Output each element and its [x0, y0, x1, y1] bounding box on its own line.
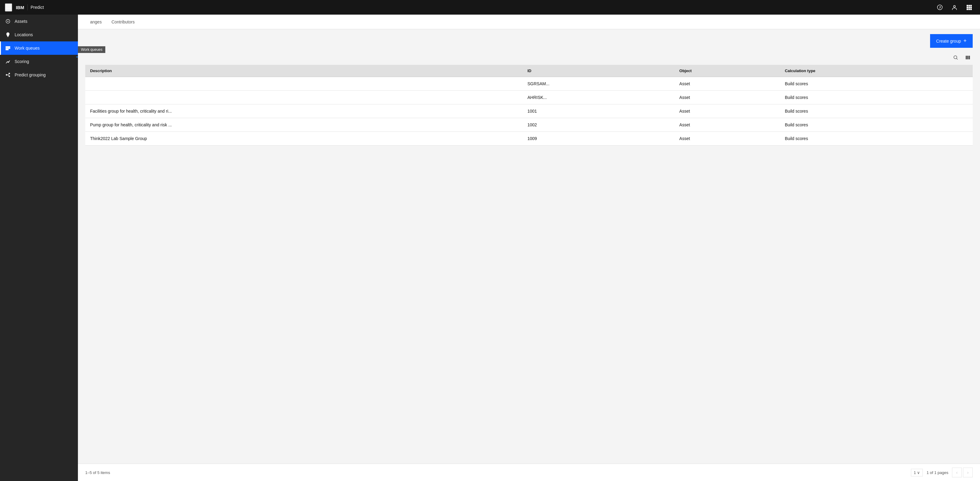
pagination-summary: 1–5 of 5 items	[85, 470, 110, 475]
cell-object-4: Asset	[675, 132, 780, 145]
sidebar-item-work-queues-label: Work queues	[14, 46, 40, 51]
svg-rect-8	[967, 7, 968, 8]
table-wrapper: Description ID Object Calculation type S…	[78, 65, 980, 463]
cell-id-1: AHRISK...	[523, 91, 675, 104]
page-select[interactable]: 1 ∨	[911, 469, 923, 476]
page-info: 1 of 1 pages	[926, 470, 948, 475]
svg-rect-10	[970, 7, 972, 8]
sidebar-item-scoring[interactable]: Scoring	[0, 55, 78, 68]
cell-id-3: 1002	[523, 118, 675, 132]
sidebar-item-predict-grouping[interactable]: Predict grouping	[0, 68, 78, 81]
cell-object-2: Asset	[675, 104, 780, 118]
brand: IBM Predict	[16, 4, 44, 10]
user-icon-button[interactable]	[948, 1, 961, 13]
cell-description-0	[85, 77, 523, 91]
table-row[interactable]: AHRISK...AssetBuild scores	[85, 91, 973, 104]
main-layout: Assets Locations Work queues Scoring	[0, 14, 980, 481]
cell-description-4: Think2022 Lab Sample Group	[85, 132, 523, 145]
prev-page-button[interactable]: ‹	[952, 468, 962, 477]
create-group-label: Create group	[936, 39, 961, 43]
sidebar-item-locations-label: Locations	[14, 32, 33, 37]
cell-object-3: Asset	[675, 118, 780, 132]
svg-rect-5	[967, 5, 968, 6]
svg-rect-0	[5, 5, 11, 5]
cell-calculationType-0: Build scores	[780, 77, 973, 91]
search-icon-button[interactable]	[951, 53, 961, 62]
sidebar-item-assets-label: Assets	[14, 19, 27, 24]
plus-icon: +	[963, 38, 967, 44]
svg-point-15	[7, 21, 8, 22]
tab-changes[interactable]: anges	[85, 15, 107, 30]
tab-contributors[interactable]: Contributors	[107, 15, 139, 30]
app-name: Predict	[31, 5, 44, 10]
assets-icon	[5, 18, 11, 24]
svg-rect-18	[6, 48, 10, 49]
col-description: Description	[85, 65, 523, 77]
cell-id-2: 1001	[523, 104, 675, 118]
toolbar: Create group +	[78, 29, 980, 53]
pagination: 1–5 of 5 items 1 ∨ 1 of 1 pages ‹ ›	[78, 463, 980, 481]
cell-calculationType-4: Build scores	[780, 132, 973, 145]
table-row[interactable]: Think2022 Lab Sample Group1009AssetBuild…	[85, 132, 973, 145]
col-calculation-type: Calculation type	[780, 65, 973, 77]
table-body: SGRSAM...AssetBuild scoresAHRISK...Asset…	[85, 77, 973, 145]
pagination-right: 1 ∨ 1 of 1 pages ‹ ›	[911, 468, 973, 477]
brand-divider	[27, 4, 28, 10]
sidebar-item-assets[interactable]: Assets	[0, 14, 78, 28]
table-row[interactable]: Facilities group for health, criticality…	[85, 104, 973, 118]
table-row[interactable]: Pump group for health, criticality and r…	[85, 118, 973, 132]
cell-calculationType-3: Build scores	[780, 118, 973, 132]
ibm-logo: IBM	[16, 5, 24, 10]
next-page-button[interactable]: ›	[963, 468, 973, 477]
columns-icon-button[interactable]	[963, 53, 973, 62]
svg-point-4	[953, 5, 955, 7]
hamburger-menu[interactable]	[5, 3, 12, 11]
cell-calculationType-1: Build scores	[780, 91, 973, 104]
col-id: ID	[523, 65, 675, 77]
main-table: Description ID Object Calculation type S…	[85, 65, 973, 145]
cell-object-0: Asset	[675, 77, 780, 91]
help-icon-button[interactable]	[934, 1, 946, 13]
top-nav-right	[934, 1, 975, 13]
svg-point-21	[9, 73, 10, 74]
svg-rect-7	[970, 5, 972, 6]
svg-rect-13	[970, 8, 972, 10]
apps-icon-button[interactable]	[963, 1, 975, 13]
sidebar: Assets Locations Work queues Scoring	[0, 14, 78, 481]
cell-id-4: 1009	[523, 132, 675, 145]
cell-id-0: SGRSAM...	[523, 77, 675, 91]
svg-rect-6	[969, 5, 970, 6]
svg-rect-2	[5, 8, 11, 9]
sidebar-item-work-queues[interactable]: Work queues	[0, 41, 78, 55]
cell-calculationType-2: Build scores	[780, 104, 973, 118]
create-group-button[interactable]: Create group +	[930, 34, 973, 48]
locations-icon	[5, 32, 11, 38]
tabs-bar: anges Contributors	[78, 14, 980, 29]
sidebar-item-scoring-label: Scoring	[14, 59, 29, 64]
svg-rect-28	[969, 56, 970, 59]
svg-point-22	[9, 76, 10, 77]
sidebar-item-locations[interactable]: Locations	[0, 28, 78, 41]
table-row[interactable]: SGRSAM...AssetBuild scores	[85, 77, 973, 91]
table-toolbar	[78, 53, 980, 65]
cell-object-1: Asset	[675, 91, 780, 104]
work-queues-icon	[5, 45, 11, 51]
scoring-icon	[5, 59, 11, 65]
top-navigation: IBM Predict	[0, 0, 980, 14]
svg-point-16	[7, 33, 8, 35]
page-select-chevron: ∨	[917, 470, 920, 475]
col-object: Object	[675, 65, 780, 77]
sidebar-item-predict-grouping-label: Predict grouping	[14, 72, 46, 77]
pagination-nav: ‹ ›	[952, 468, 973, 477]
svg-rect-17	[6, 46, 10, 48]
svg-rect-19	[6, 49, 8, 50]
page-select-value: 1	[914, 470, 916, 475]
cell-description-1	[85, 91, 523, 104]
svg-point-20	[6, 74, 7, 75]
svg-rect-12	[969, 8, 970, 10]
cell-description-2: Facilities group for health, criticality…	[85, 104, 523, 118]
svg-rect-26	[966, 56, 967, 59]
svg-rect-27	[967, 56, 969, 59]
arrow-annotation	[70, 53, 78, 62]
content-area: anges Contributors Create group +	[78, 14, 980, 481]
